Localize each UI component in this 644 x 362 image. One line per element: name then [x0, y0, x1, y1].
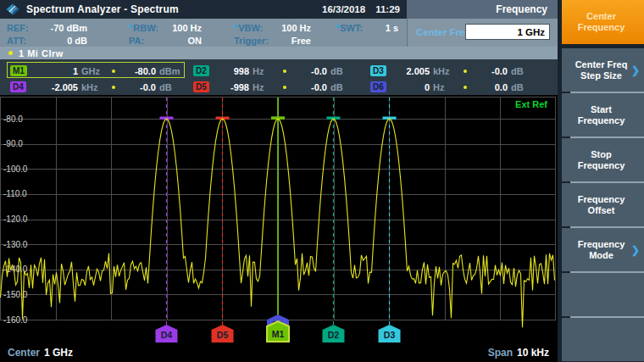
softkey-list: Center FrequencyCenter Freq Step Size❯St…: [562, 0, 644, 361]
marker-level-unit: dB: [508, 66, 536, 76]
setting-label: Trigger:: [234, 36, 269, 46]
marker-row-D5[interactable]: D5-998Hz-0.0dB: [193, 79, 356, 95]
separator-dot-icon: [103, 86, 124, 89]
modified-star-icon: *: [129, 23, 132, 33]
softkey-label: Start Frequency: [569, 104, 634, 126]
trace-info-bar[interactable]: 1 Mi Clrw: [0, 47, 558, 59]
y-axis-tick-label: -100.0: [3, 164, 28, 174]
y-axis-tick-label: -130.0: [3, 240, 28, 249]
svg-text:M1: M1: [272, 329, 285, 339]
marker-row-D3[interactable]: D32.005kHz-0.0dB: [370, 63, 536, 79]
setting-value: ON: [188, 35, 203, 47]
center-freq-input[interactable]: [465, 24, 550, 40]
setting-value: 100 Hz: [172, 22, 202, 34]
y-axis-tick-label: -120.0: [3, 214, 28, 224]
softkey-empty[interactable]: [562, 273, 644, 316]
y-axis-tick-label: -160.0: [3, 315, 28, 325]
marker-level-unit: dBm: [156, 66, 185, 76]
main-screen-area: Spectrum Analyzer - Spectrum 16/3/2018 1…: [0, 0, 558, 362]
setting-rbw[interactable]: *RBW:100 Hz: [129, 22, 202, 34]
y-axis-tick-label: -80.0: [3, 114, 23, 124]
softkey-sidebar: Center FrequencyCenter Freq Step Size❯St…: [558, 0, 644, 362]
marker-flag-D4[interactable]: D4: [155, 325, 177, 343]
marker-flag-D5[interactable]: D5: [212, 325, 234, 343]
trace-mode-label: 1 Mi Clrw: [19, 48, 64, 58]
marker-frequency-unit: GHz: [78, 66, 103, 76]
setting-ref[interactable]: REF:-70 dBm: [7, 22, 87, 34]
chevron-right-icon: ❯: [631, 244, 640, 255]
spectrum-plot[interactable]: -80.0-90.0-100.0-110.0-120.0-130.0-140.0…: [0, 95, 558, 343]
marker-level-unit: dB: [327, 66, 356, 76]
span-readout: Span10 kHz: [488, 347, 549, 359]
softkey-label: Center Frequency: [569, 11, 634, 33]
setting-label: VBW:: [238, 23, 263, 33]
setting-label: REF:: [7, 23, 29, 33]
marker-frequency-value: -998: [209, 82, 249, 92]
separator-dot-icon: [275, 86, 295, 89]
marker-frequency-value: 1: [27, 66, 78, 76]
marker-frequency-value: -2.005: [26, 82, 78, 92]
modified-star-icon: *: [234, 23, 237, 33]
setting-label: ATT:: [7, 36, 26, 46]
softkey-label: Stop Frequency: [569, 149, 634, 171]
svg-text:D3: D3: [384, 330, 396, 340]
marker-frequency-unit: Hz: [249, 66, 275, 76]
marker-level-value: -80.0: [124, 66, 156, 76]
center-value: 1 GHz: [44, 347, 73, 359]
setting-label: PA:: [129, 36, 144, 46]
marker-row-D4[interactable]: D4-2.005kHz-0.0dB: [10, 79, 185, 95]
marker-row-M1[interactable]: M11GHz-80.0dBm: [10, 63, 185, 79]
softkey-stop-frequency[interactable]: Stop Frequency: [562, 138, 644, 181]
marker-table-column: D32.005kHz-0.0dBD60Hz0.0dB: [370, 63, 536, 95]
setting-label: SWT:: [340, 23, 363, 33]
span-value: 10 kHz: [517, 347, 549, 359]
separator-dot-icon: [455, 70, 475, 73]
marker-chip-M1[interactable]: M1: [10, 65, 27, 76]
marker-flag-D3[interactable]: D3: [379, 325, 401, 343]
marker-chip-D3[interactable]: D3: [370, 65, 386, 76]
marker-table: M11GHz-80.0dBmD4-2.005kHz-0.0dBD2998Hz-0…: [0, 59, 558, 95]
softkey-start-frequency[interactable]: Start Frequency: [562, 93, 644, 136]
marker-frequency-value: 998: [209, 66, 249, 76]
marker-chip-D6[interactable]: D6: [370, 81, 386, 92]
marker-flag-M1[interactable]: M1: [267, 321, 289, 342]
setting-vbw[interactable]: *VBW:100 Hz: [234, 22, 311, 34]
setting-value: 0 dB: [67, 35, 87, 47]
setting-label: RBW:: [133, 23, 158, 33]
marker-frequency-unit: Hz: [430, 82, 455, 92]
date-label: 16/3/2018: [322, 4, 365, 14]
marker-frequency-unit: kHz: [78, 82, 103, 92]
spectrum-trace-canvas: -80.0-90.0-100.0-110.0-120.0-130.0-140.0…: [0, 95, 558, 343]
center-frequency-readout: Center1 GHz: [8, 347, 73, 359]
marker-chip-D4[interactable]: D4: [10, 81, 26, 92]
setting-att[interactable]: ATT:0 dB: [7, 35, 87, 47]
softkey-frequency-offset[interactable]: Frequency Offset: [562, 183, 644, 226]
setting-trigger[interactable]: Trigger:Free: [234, 35, 311, 47]
marker-table-column: M11GHz-80.0dBmD4-2.005kHz-0.0dB: [10, 63, 185, 95]
marker-chip-D5[interactable]: D5: [193, 81, 209, 92]
y-axis-tick-label: -110.0: [3, 189, 27, 198]
softkey-center-freq-step-size[interactable]: Center Freq Step Size❯: [562, 48, 644, 92]
marker-level-value: 0.0: [475, 82, 508, 92]
marker-row-D6[interactable]: D60Hz0.0dB: [370, 79, 536, 95]
marker-level-value: -0.0: [475, 66, 508, 76]
title-bar: Spectrum Analyzer - Spectrum 16/3/2018 1…: [0, 0, 558, 19]
marker-level-value: -0.0: [295, 82, 327, 92]
softkey-empty[interactable]: [562, 318, 644, 361]
softkey-label: Center Freq Step Size: [569, 59, 634, 81]
softkey-center-frequency[interactable]: Center Frequency: [562, 0, 644, 44]
setting-value: Free: [291, 35, 311, 47]
softkey-frequency-mode[interactable]: Frequency Mode❯: [562, 228, 644, 271]
center-label: Center: [8, 347, 40, 359]
marker-frequency-unit: Hz: [249, 82, 275, 92]
marker-flag-D2[interactable]: D2: [322, 325, 344, 343]
center-freq-label: Center Freq: [416, 27, 471, 37]
marker-row-D2[interactable]: D2998Hz-0.0dB: [193, 63, 356, 79]
chevron-right-icon: ❯: [631, 64, 640, 75]
svg-text:D5: D5: [217, 330, 229, 340]
modified-star-icon: *: [336, 23, 339, 33]
marker-chip-D2[interactable]: D2: [193, 65, 209, 76]
setting-swt[interactable]: *SWT:1 s: [336, 22, 398, 34]
center-freq-panel: Center Freq: [407, 19, 558, 47]
setting-pa[interactable]: PA:ON: [129, 35, 202, 47]
